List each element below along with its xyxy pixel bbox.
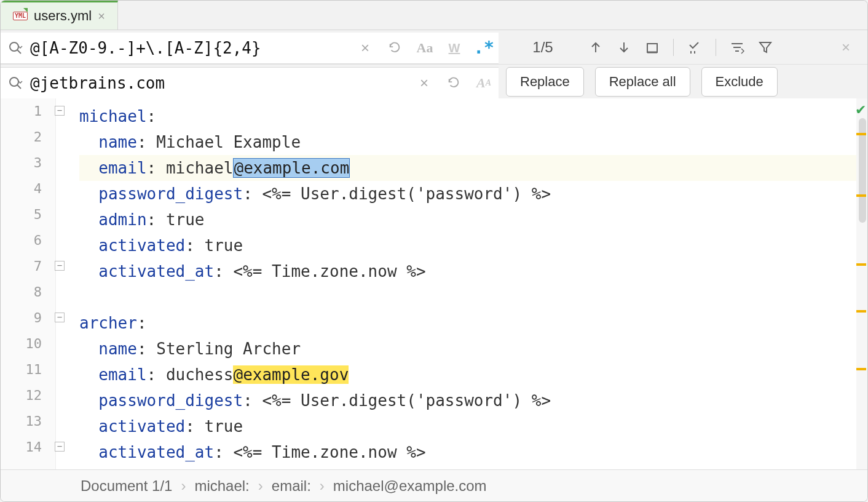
code-line[interactable]: admin: true	[79, 207, 867, 233]
line-number: 9	[1, 310, 55, 336]
fold-handle[interactable]: −	[55, 261, 65, 271]
svg-line-1	[17, 50, 21, 54]
line-number: 4	[1, 181, 55, 207]
match-marker[interactable]	[856, 368, 866, 370]
line-number: 2	[1, 129, 55, 155]
find-toolbar: 1/5 ×	[499, 30, 867, 64]
result-counter: 1/5	[506, 39, 580, 56]
line-number: 13	[1, 413, 55, 439]
line-number: 11	[1, 362, 55, 388]
line-number: 10	[1, 336, 55, 362]
filter-icon[interactable]	[753, 35, 778, 60]
code-line[interactable]: activated_at: <%= Time.zone.now %>	[79, 258, 867, 284]
replace-history-icon[interactable]	[439, 68, 468, 98]
find-input[interactable]	[30, 33, 351, 63]
open-in-find-window-icon[interactable]	[682, 35, 707, 60]
fold-handle[interactable]: −	[55, 442, 65, 452]
replace-input[interactable]	[30, 68, 410, 98]
code-line[interactable]: email: duchess@example.gov	[79, 362, 867, 388]
exclude-button[interactable]: Exclude	[701, 67, 778, 97]
replace-field-wrap: × AA	[1, 67, 499, 98]
inspection-ok-icon: ✔	[855, 102, 866, 118]
code-line[interactable]: password_digest: <%= User.digest('passwo…	[79, 181, 867, 207]
editor-window: YML users.yml × × Aa W .* 1/5	[0, 0, 868, 502]
replace-toolbar: Replace Replace all Exclude	[499, 65, 867, 98]
tab-bar: YML users.yml ×	[1, 1, 867, 30]
find-bar: × Aa W .* 1/5 ×	[1, 30, 867, 65]
select-all-occurrences-icon[interactable]	[640, 35, 665, 60]
match-case-icon[interactable]: Aa	[410, 33, 440, 63]
replace-all-button[interactable]: Replace all	[595, 67, 690, 97]
search-icon	[8, 41, 23, 55]
code-line[interactable]	[79, 284, 867, 310]
code-line[interactable]: archer:	[79, 310, 867, 336]
svg-point-11	[10, 78, 18, 86]
line-number: 1	[1, 103, 55, 129]
code-line[interactable]: activated: true	[79, 233, 867, 258]
code-line[interactable]: password_digest: <%= User.digest('passwo…	[79, 388, 867, 413]
yml-file-icon: YML	[13, 12, 28, 20]
code-line[interactable]: name: Michael Example	[79, 129, 867, 155]
replace-search-icon	[8, 76, 23, 90]
regex-icon[interactable]: .*	[469, 33, 499, 63]
prev-match-icon[interactable]	[583, 35, 608, 60]
marker-bar: ✔	[856, 98, 867, 469]
code-line[interactable]: activated: true	[79, 413, 867, 439]
clear-replace-icon[interactable]: ×	[410, 74, 438, 92]
code-line[interactable]: email: michael@example.com	[79, 155, 867, 181]
line-number: 12	[1, 388, 55, 413]
match-marker[interactable]	[856, 310, 866, 313]
match-marker[interactable]	[856, 263, 866, 266]
line-number: 8	[1, 284, 55, 310]
code-line[interactable]: name: Sterling Archer	[79, 336, 867, 362]
code-line[interactable]: michael:	[79, 103, 867, 129]
chevron-right-icon: ›	[181, 477, 186, 495]
editor-area: 1234567891011121314 michael: name: Micha…	[1, 98, 867, 469]
line-number: 14	[1, 439, 55, 465]
replace-bar: × AA Replace Replace all Exclude	[1, 65, 867, 98]
svg-point-0	[10, 42, 18, 51]
next-match-icon[interactable]	[612, 35, 636, 60]
whole-word-icon[interactable]: W	[440, 33, 469, 63]
find-field-wrap: × Aa W .*	[1, 33, 499, 64]
breadcrumb-item[interactable]: michael@example.com	[333, 477, 487, 495]
filter-lines-icon[interactable]	[725, 35, 749, 60]
code-area[interactable]: michael: name: Michael Example email: mi…	[56, 98, 867, 469]
search-history-icon[interactable]	[380, 33, 409, 63]
preserve-case-icon[interactable]: AA	[469, 68, 499, 98]
chevron-right-icon: ›	[320, 477, 325, 495]
tab-filename: users.yml	[34, 8, 92, 24]
svg-line-12	[17, 85, 21, 89]
chevron-right-icon: ›	[258, 477, 263, 495]
breadcrumb-item[interactable]: michael:	[194, 477, 249, 495]
close-tab-icon[interactable]: ×	[98, 9, 105, 23]
line-number: 5	[1, 207, 55, 233]
replace-button[interactable]: Replace	[506, 67, 584, 97]
breadcrumb-bar: Document 1/1 › michael: › email: › micha…	[1, 469, 867, 501]
close-find-bar-icon[interactable]: ×	[832, 39, 860, 56]
line-gutter: 1234567891011121314	[1, 98, 56, 469]
match-marker[interactable]	[856, 133, 866, 135]
code-line[interactable]: activated_at: <%= Time.zone.now %>	[79, 439, 867, 465]
line-number: 3	[1, 155, 55, 181]
svg-rect-4	[647, 44, 657, 52]
breadcrumb-item[interactable]: email:	[272, 477, 311, 495]
fold-handle[interactable]: −	[55, 313, 65, 322]
breadcrumb-document[interactable]: Document 1/1	[81, 477, 172, 495]
clear-find-icon[interactable]: ×	[351, 39, 379, 57]
fold-handle[interactable]: −	[55, 106, 65, 116]
line-number: 7	[1, 258, 55, 284]
match-marker[interactable]	[856, 194, 866, 197]
tab-users-yml[interactable]: YML users.yml ×	[1, 1, 118, 30]
line-number: 6	[1, 233, 55, 258]
